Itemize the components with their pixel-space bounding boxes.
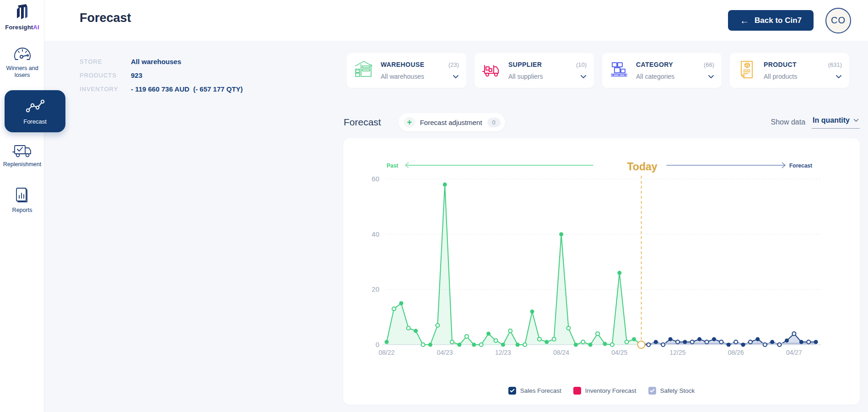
chart-section-title: Forecast xyxy=(344,117,381,128)
filter-count: (66) xyxy=(704,61,714,68)
warehouse-filter[interactable]: WAREHOUSE (23) All warehouses xyxy=(347,53,466,88)
sidebar-item-replenishment[interactable]: Replenishment xyxy=(0,142,44,168)
checkbox-checked-icon xyxy=(648,387,656,395)
show-data-control: Show data In quantity xyxy=(771,116,860,129)
supplier-filter[interactable]: SUPPLIER (10) All suppliers xyxy=(474,53,594,88)
back-button-label: Back to Cin7 xyxy=(755,16,802,25)
truck-check-icon xyxy=(0,142,44,159)
sidebar-item-winners-and-losers[interactable]: Winners and losers xyxy=(0,46,44,79)
app-logo-text: ForesightAI xyxy=(0,24,44,31)
store-summary: STORE All warehouses PRODUCTS 923 INVENT… xyxy=(80,54,243,96)
chart-header: Forecast + Forecast adjustment 0 Show da… xyxy=(344,112,860,132)
filter-selected-value: All categories xyxy=(636,73,674,80)
category-filter[interactable]: CATEGORY (66) All categories xyxy=(602,53,722,88)
plus-icon: + xyxy=(404,117,415,128)
svg-text:60: 60 xyxy=(372,175,379,183)
svg-text:12/25: 12/25 xyxy=(669,349,685,356)
sidebar-item-reports[interactable]: Reports xyxy=(0,187,44,214)
topbar: Forecast ← Back to Cin7 CO xyxy=(44,0,868,41)
svg-text:20: 20 xyxy=(372,285,379,293)
filter-body: WAREHOUSE (23) All warehouses xyxy=(381,61,459,81)
chevron-down-icon[interactable] xyxy=(708,72,714,81)
sidebar-item-forecast[interactable]: Forecast xyxy=(5,90,65,132)
legend-label: Safety Stock xyxy=(660,387,695,394)
avatar[interactable]: CO xyxy=(825,8,851,33)
summary-label: INVENTORY xyxy=(80,86,131,92)
svg-text:04/25: 04/25 xyxy=(611,349,627,356)
legend-inventory-forecast[interactable]: Inventory Forecast xyxy=(573,387,636,395)
filter-selected-value: All products xyxy=(764,73,797,80)
chevron-down-icon[interactable] xyxy=(836,72,842,81)
svg-text:04/23: 04/23 xyxy=(437,349,453,356)
svg-text:Today: Today xyxy=(627,161,657,173)
legend-label: Inventory Forecast xyxy=(585,387,636,394)
filter-count: (23) xyxy=(448,61,459,68)
legend-label: Sales Forecast xyxy=(520,387,561,394)
svg-text:04/27: 04/27 xyxy=(786,349,802,356)
filter-title: CATEGORY xyxy=(636,61,673,68)
chevron-down-icon[interactable] xyxy=(453,72,459,81)
summary-row-store: STORE All warehouses xyxy=(80,54,243,68)
show-data-label: Show data xyxy=(771,118,806,126)
summary-row-products: PRODUCTS 923 xyxy=(80,68,243,82)
gauge-icon xyxy=(0,46,44,63)
pallet-boxes-icon xyxy=(609,59,630,82)
summary-label: PRODUCTS xyxy=(80,72,131,79)
filter-body: PRODUCT (631) All products xyxy=(764,61,842,81)
filter-selected-value: All suppliers xyxy=(508,73,543,80)
svg-text:Past: Past xyxy=(387,163,398,169)
warehouse-icon xyxy=(353,59,374,82)
filter-body: SUPPLIER (10) All suppliers xyxy=(508,61,587,81)
filter-body: CATEGORY (66) All categories xyxy=(636,61,714,81)
report-doc-icon xyxy=(0,187,44,205)
app-logo[interactable]: ForesightAI xyxy=(0,3,44,31)
product-filter[interactable]: PRODUCT (631) All products xyxy=(730,53,849,88)
foresight-logo-icon xyxy=(12,16,32,23)
svg-text:12/23: 12/23 xyxy=(495,349,511,356)
page-title: Forecast xyxy=(80,11,131,25)
svg-text:Forecast: Forecast xyxy=(789,163,812,169)
filter-count: (631) xyxy=(828,61,842,68)
filter-title: WAREHOUSE xyxy=(381,61,424,68)
svg-text:08/24: 08/24 xyxy=(553,349,569,356)
product-doc-icon xyxy=(736,59,757,82)
svg-text:08/26: 08/26 xyxy=(728,349,744,356)
supplier-truck-icon xyxy=(481,59,502,82)
topbar-actions: ← Back to Cin7 CO xyxy=(728,0,851,41)
show-data-value: In quantity xyxy=(813,116,850,125)
sidebar-item-label: Reports xyxy=(12,207,32,213)
chevron-down-icon xyxy=(853,119,859,122)
show-data-dropdown[interactable]: In quantity xyxy=(812,116,860,129)
checkbox-solid-icon xyxy=(573,387,581,395)
summary-label: STORE xyxy=(80,58,131,65)
forecast-chart[interactable]: 020406008/2204/2312/2308/2404/2512/2508/… xyxy=(343,138,860,405)
back-arrow-icon: ← xyxy=(740,16,749,25)
svg-text:0: 0 xyxy=(376,341,379,348)
svg-text:08/22: 08/22 xyxy=(378,349,394,356)
sidebar: ForesightAI Winners and losers xyxy=(0,0,44,412)
summary-value: 923 xyxy=(131,71,142,79)
filter-selected-value: All warehouses xyxy=(381,73,424,80)
forecast-adjustment-label: Forecast adjustment xyxy=(420,119,482,126)
forecast-adjustment-count: 0 xyxy=(487,118,501,127)
summary-value: - 119 660 736 AUD (- 657 177 QTY) xyxy=(131,85,243,93)
summary-row-inventory: INVENTORY - 119 660 736 AUD (- 657 177 Q… xyxy=(80,82,243,96)
checkbox-checked-icon xyxy=(508,387,516,395)
filter-count: (10) xyxy=(576,61,587,68)
sidebar-item-label: Forecast xyxy=(23,118,47,125)
legend-sales-forecast[interactable]: Sales Forecast xyxy=(508,387,561,395)
forecast-adjustment-button[interactable]: + Forecast adjustment 0 xyxy=(399,113,505,131)
line-chart-icon xyxy=(23,98,47,115)
filter-bar: WAREHOUSE (23) All warehouses xyxy=(347,53,849,88)
filter-title: SUPPLIER xyxy=(508,61,542,68)
back-to-cin7-button[interactable]: ← Back to Cin7 xyxy=(728,10,814,31)
sidebar-item-label: Replenishment xyxy=(3,161,41,168)
main-content: STORE All warehouses PRODUCTS 923 INVENT… xyxy=(44,41,868,412)
chevron-down-icon[interactable] xyxy=(580,72,587,81)
svg-text:40: 40 xyxy=(372,230,379,238)
filter-title: PRODUCT xyxy=(764,61,797,68)
summary-value: All warehouses xyxy=(131,58,181,65)
legend-safety-stock[interactable]: Safety Stock xyxy=(648,387,695,395)
forecast-chart-card: 020406008/2204/2312/2308/2404/2512/2508/… xyxy=(343,138,860,405)
sidebar-item-label: Winners and losers xyxy=(6,65,38,78)
